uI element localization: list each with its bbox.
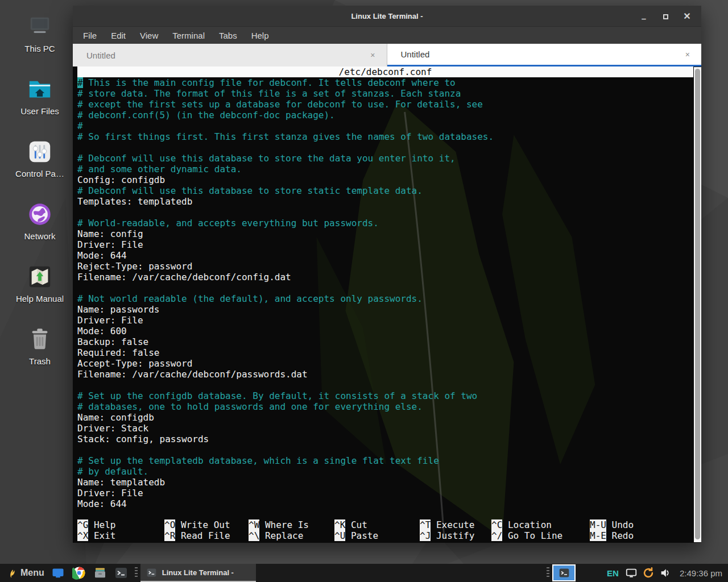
file-manager-launcher[interactable]: [51, 566, 65, 580]
text-cursor: #: [77, 77, 83, 88]
shortcut-key: ^\: [249, 530, 259, 541]
shortcut-key: ^T: [420, 519, 431, 530]
nano-shortcut-justify: ^J Justify: [420, 530, 474, 541]
terminal-line: # Set up the templatedb database, which …: [77, 455, 693, 466]
terminal-icon: [114, 566, 128, 580]
desktop-icon-label: User Files: [9, 106, 71, 116]
terminal-line: # World-readable, and accepts everything…: [77, 218, 693, 228]
start-menu-button[interactable]: Menu: [3, 564, 48, 582]
terminal-screen[interactable]: GNU nano 7.2 /etc/debconf.conf # This is…: [73, 66, 701, 543]
terminal-line: Driver: Stack: [77, 423, 693, 434]
tab-close-icon[interactable]: ×: [683, 49, 692, 60]
terminal-line: Mode: 644: [77, 498, 693, 509]
nano-shortcut-help: ^G Help: [77, 519, 115, 530]
terminal-line: Name: configdb: [77, 412, 693, 423]
nano-shortcut-location: ^C Location: [491, 519, 552, 530]
shortcut-key: ^K: [334, 519, 345, 530]
window-titlebar[interactable]: Linux Lite Terminal - – ✕: [73, 6, 701, 27]
nano-shortcut-go-to-line: ^/ Go To Line: [491, 530, 562, 541]
network-globe-icon: [27, 201, 53, 227]
shortcut-key: ^R: [164, 530, 175, 541]
tab-close-icon[interactable]: ×: [368, 49, 377, 61]
update-manager-icon[interactable]: [642, 567, 655, 579]
minimize-icon[interactable]: –: [640, 11, 648, 22]
terminal-icon: [559, 567, 570, 579]
tab-label: Untitled: [86, 51, 115, 60]
nano-titlebar: GNU nano 7.2 /etc/debconf.conf: [77, 66, 693, 77]
desktop-icon-label: This PC: [9, 44, 71, 53]
terminal-line: # except the first sets up a database fo…: [77, 99, 693, 110]
shortcut-row-1: ^G Help^O Write Out^W Where Is^K Cut^T E…: [77, 519, 693, 530]
terminal-line: [77, 282, 693, 293]
nano-shortcut-replace: ^\ Replace: [249, 530, 303, 541]
terminal-line: [77, 380, 693, 390]
menu-terminal[interactable]: Terminal: [172, 31, 205, 40]
terminal-tab-2[interactable]: Untitled×: [387, 44, 702, 66]
terminal-line: Driver: File: [77, 488, 693, 498]
nano-editor: GNU nano 7.2 /etc/debconf.conf # This is…: [77, 66, 693, 509]
close-icon[interactable]: ✕: [683, 11, 691, 22]
desktop-icon-help-manual[interactable]: Help Manual: [9, 264, 71, 304]
terminal-line: # by default.: [77, 466, 693, 477]
scrollbar-thumb[interactable]: [695, 69, 700, 539]
menu-label: Menu: [20, 568, 44, 578]
terminal-launcher[interactable]: [114, 566, 129, 580]
shortcut-key: M-E: [590, 530, 606, 541]
archive-manager-launcher[interactable]: [93, 566, 107, 580]
terminal-line: [77, 142, 693, 153]
panel-grip-handle[interactable]: [135, 567, 138, 579]
tab-label: Untitled: [401, 49, 430, 59]
display-settings-icon[interactable]: [625, 567, 638, 579]
desktop-icon-control-pa[interactable]: Control Pa…: [9, 139, 71, 178]
tab-bar: Untitled×Untitled×: [73, 44, 701, 66]
menu-tabs[interactable]: Tabs: [219, 31, 237, 40]
shortcut-key: ^W: [249, 519, 259, 530]
tray-terminal-button[interactable]: [552, 564, 576, 581]
terminal-line: # So first things first. This first stan…: [77, 131, 693, 142]
trash-icon: [27, 326, 53, 352]
desktop-icon-user-files[interactable]: User Files: [9, 76, 71, 116]
nano-shortcut-paste: ^U Paste: [334, 530, 378, 541]
terminal-line: Filename: /var/cache/debconf/config.dat: [77, 272, 693, 282]
tray-grip-handle[interactable]: [547, 567, 549, 579]
taskbar-window-button[interactable]: Linux Lite Terminal -: [140, 564, 256, 582]
terminal-line: #: [77, 120, 693, 131]
menu-view[interactable]: View: [140, 31, 158, 40]
chrome-browser-icon: [72, 566, 86, 580]
linux-lite-logo-icon: [7, 567, 16, 579]
clock[interactable]: 2:49:36 pm: [680, 568, 725, 578]
menu-file[interactable]: File: [83, 31, 97, 40]
terminal-line: Mode: 644: [77, 250, 693, 261]
volume-icon[interactable]: [659, 567, 672, 579]
nano-shortcut-write-out: ^O Write Out: [164, 519, 230, 530]
terminal-line: Filename: /var/cache/debconf/passwords.d…: [77, 369, 693, 380]
terminal-line: # Debconf will use this database to stor…: [77, 153, 693, 164]
shortcut-key: ^X: [77, 530, 88, 541]
chrome-browser-launcher[interactable]: [72, 566, 86, 580]
desktop-icon-network[interactable]: Network: [9, 201, 71, 241]
terminal-tab-1[interactable]: Untitled×: [73, 44, 387, 66]
desktop-icon-label: Trash: [9, 356, 71, 366]
terminal-line: Stack: config, passwords: [77, 434, 693, 444]
terminal-line: # Not world readable (the default), and …: [77, 293, 693, 304]
shortcut-key: ^U: [334, 530, 345, 541]
desktop-icon-trash[interactable]: Trash: [9, 326, 71, 366]
archive-manager-icon: [93, 566, 107, 580]
menu-edit[interactable]: Edit: [111, 31, 126, 40]
nano-shortcut-undo: M-U Undo: [590, 519, 634, 530]
nano-shortcut-cut: ^K Cut: [334, 519, 367, 530]
terminal-line: Accept-Type: password: [77, 358, 693, 369]
maximize-icon[interactable]: [661, 11, 669, 22]
shortcut-key: ^G: [77, 519, 88, 530]
nano-shortcut-exit: ^X Exit: [77, 530, 115, 541]
terminal-line: # debconf.conf(5) (in the debconf-doc pa…: [77, 110, 693, 120]
taskbar: Menu Linux Lite Terminal - EN: [0, 564, 728, 582]
desktop-icon-this-pc[interactable]: This PC: [9, 14, 71, 53]
menu-bar: FileEditViewTerminalTabsHelp: [73, 27, 701, 44]
menu-help[interactable]: Help: [251, 31, 269, 40]
scrollbar-track[interactable]: [694, 67, 701, 542]
desktop-icon-label: Control Pa…: [9, 169, 71, 178]
terminal-icon: [146, 567, 157, 578]
language-indicator[interactable]: EN: [607, 568, 619, 578]
terminal-line: Name: templatedb: [77, 477, 693, 488]
